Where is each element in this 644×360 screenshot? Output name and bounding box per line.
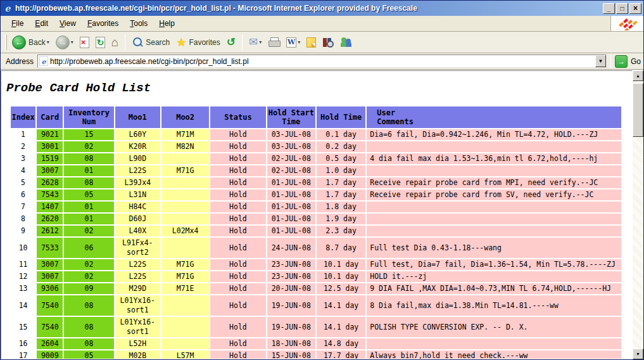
cell-inventory-num: 08 [64,153,113,164]
cell-user-comment: Receive repair probe card from SV, need … [367,190,621,200]
maximize-button[interactable]: □ [616,3,628,14]
menu-item-view[interactable]: View [54,17,82,30]
title-bar: e http://probeweb.ap.freescale.net/cgi-b… [1,1,643,16]
address-dropdown-icon[interactable]: ▼ [595,55,606,67]
cell-moo1: L40X [115,226,160,236]
discuss-button[interactable] [304,36,319,49]
cell-card: 9021 [37,129,63,140]
cell-moo1: K20R [115,141,160,152]
cell-user-comment [367,214,621,224]
cell-card: 9009 [37,350,63,359]
cell-status: Hold [210,177,265,188]
cell-moo2: L02Mx4 [161,226,209,236]
mail-button[interactable]: ✉ ▾ [246,34,264,50]
table-row: 2300102K20RM82NHold03-JUL-080.2 day [11,141,621,152]
cell-card: 9306 [37,283,63,294]
cell-user-comment: Always bin7,hold it need check.---ww [367,350,621,359]
cell-status: Hold [210,238,265,258]
cell-hold-start-time: 01-JUL-08 [267,202,315,212]
freescale-logo [610,16,643,31]
cell-moo1: L90D [115,153,160,164]
minimize-button[interactable]: _ [603,3,615,14]
toolbar-separator [125,34,125,51]
table-row: 11300702L22SM71GHold23-JUN-0810.1 dayFul… [11,259,621,270]
cell-status: Hold [210,202,265,212]
word-dropdown-icon[interactable]: ▾ [298,39,300,45]
cell-user-comment [367,165,621,176]
close-button[interactable]: × [629,3,641,14]
cell-status: Hold [210,338,265,349]
hold-list-table: Index Card Inventory Num Moo1 Moo2 Statu… [9,105,622,359]
scroll-down-icon[interactable]: ▼ [633,349,643,359]
cell-hold-start-time: 01-JUL-08 [267,177,315,188]
table-row: 1902115L60YM71MHold03-JUL-080.1 dayDia=6… [11,129,621,140]
cell-moo2 [161,214,209,224]
cell-card: 1407 [37,202,63,212]
cell-status: Hold [210,214,265,224]
refresh-button[interactable]: ↻ [93,35,108,49]
cell-hold-time: 0.1 day [317,129,365,140]
cell-user-comment [367,338,621,349]
table-row: 13930609M29DM71EHold20-JUN-0812.5 day9 D… [11,283,621,294]
cell-moo1: M02B [115,350,160,359]
cell-hold-start-time: 19-JUN-08 [267,317,315,337]
cell-moo1: L60Y [115,129,160,140]
research-button[interactable] [320,36,336,49]
cell-hold-start-time: 03-JUL-08 [267,141,315,152]
cell-index: 8 [11,214,35,224]
back-label: Back [28,38,46,47]
home-button[interactable]: ⌂ [109,35,121,49]
mail-icon: ✉ [249,35,258,49]
favorites-star-icon: ★ [176,35,186,49]
search-button[interactable]: Search [129,35,172,49]
content-area: Probe Card Hold List Index Card Inventor… [1,70,643,359]
menu-item-tools[interactable]: Tools [124,17,153,30]
vertical-scrollbar[interactable]: ▲ ▼ [633,70,643,359]
back-dropdown-icon[interactable]: ▾ [47,39,49,45]
header-user-comments: User Comments [367,106,621,128]
history-button[interactable]: ↺ [224,34,238,50]
table-header-row: Index Card Inventory Num Moo1 Moo2 Statu… [11,106,621,128]
print-button[interactable] [265,36,282,49]
menu-item-help[interactable]: Help [153,17,180,30]
cell-status: Hold [210,271,265,282]
window-title: http://probeweb.ap.freescale.net/cgi-bin… [15,4,602,13]
table-row: 14754008L01Yx16-sort1Hold19-JUN-0814.1 d… [11,295,621,316]
menu-item-file[interactable]: File [6,17,29,30]
refresh-icon: ↻ [96,37,105,48]
cell-moo2: M71E [161,283,209,294]
stop-button[interactable]: × [77,35,92,49]
back-button[interactable]: ← Back ▾ [9,34,52,51]
hold-table-body: 1902115L60YM71MHold03-JUL-080.1 dayDia=6… [11,129,621,359]
menu-item-favorites[interactable]: Favorites [82,17,124,30]
edit-with-word-button[interactable]: W ▾ [284,36,303,49]
go-button[interactable]: → Go [615,55,641,68]
favorites-label: Favorites [189,38,220,47]
header-moo2: Moo2 [161,106,209,128]
cell-user-comment: HOLD it.---zj [367,271,621,282]
mail-dropdown-icon[interactable]: ▾ [259,39,262,45]
cell-moo1: L39Jx4 [115,177,160,188]
table-row: 6754305L31NHold01-JUL-081.7 dayReceive r… [11,190,621,200]
stop-icon: × [80,37,89,48]
cell-inventory-num: 01 [64,165,113,176]
cell-hold-time: 1.7 day [317,177,365,188]
scroll-up-icon[interactable]: ▲ [633,70,643,81]
toolbar-grip[interactable] [5,35,7,50]
header-hold-time: Hold Time [317,106,365,128]
address-input[interactable] [50,56,595,67]
forward-button[interactable]: → ▾ [53,34,76,51]
cell-index: 11 [11,259,35,270]
forward-dropdown-icon[interactable]: ▾ [71,39,73,45]
scrollbar-thumb[interactable] [633,83,643,137]
menu-item-edit[interactable]: Edit [29,17,54,30]
cell-card: 3007 [37,259,63,270]
cell-hold-start-time: 01-JUL-08 [267,226,315,236]
messenger-button[interactable] [338,35,355,49]
header-index: Index [11,106,35,128]
favorites-button[interactable]: ★ Favorites [174,34,223,51]
cell-moo1: M29D [115,283,160,294]
cell-hold-start-time: 15-JUN-08 [267,350,315,359]
cell-card: 2620 [37,214,63,224]
table-row: 17900905M02BL57MHold15-JUN-0817.7 dayAlw… [11,350,621,359]
